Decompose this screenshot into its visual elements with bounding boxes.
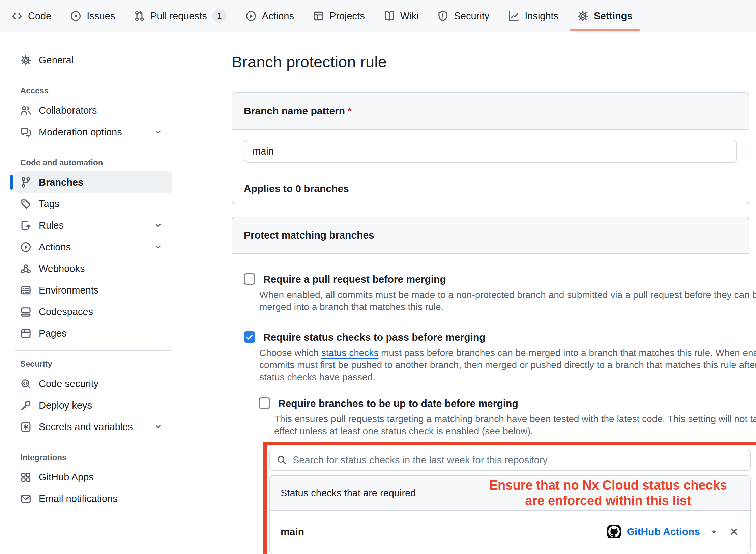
sidebar-item-label: Email notifications bbox=[39, 493, 118, 504]
sidebar-item-label: Actions bbox=[39, 242, 71, 253]
required-asterisk: * bbox=[348, 105, 352, 116]
shield-icon bbox=[437, 10, 448, 22]
tab-label: Projects bbox=[329, 10, 365, 22]
sidebar-section-integrations: Integrations bbox=[20, 453, 172, 462]
tab-label: Settings bbox=[594, 10, 632, 22]
tab-actions[interactable]: Actions bbox=[245, 0, 294, 32]
status-check-search-input[interactable] bbox=[269, 449, 751, 471]
play-icon bbox=[245, 10, 257, 22]
sidebar-item-actions[interactable]: Actions bbox=[15, 236, 172, 258]
webhook-icon bbox=[20, 263, 31, 274]
sidebar-item-label: Environments bbox=[39, 285, 98, 296]
rules-icon bbox=[20, 220, 31, 231]
tab-projects[interactable]: Projects bbox=[313, 0, 365, 32]
tag-icon bbox=[20, 198, 31, 210]
sidebar-item-email-notifications[interactable]: Email notifications bbox=[15, 488, 172, 509]
check-icon bbox=[245, 333, 254, 341]
sidebar-item-rules[interactable]: Rules bbox=[15, 215, 172, 236]
sidebar-item-branches[interactable]: Branches bbox=[15, 171, 172, 193]
tab-settings[interactable]: Settings bbox=[577, 0, 632, 32]
protect-matching-branches-body: Require a pull request before merging Wh… bbox=[232, 254, 749, 554]
sidebar-item-codespaces[interactable]: Codespaces bbox=[15, 301, 172, 323]
apps-icon bbox=[20, 472, 31, 483]
sidebar-item-environments[interactable]: Environments bbox=[15, 279, 172, 301]
tab-issues[interactable]: Issues bbox=[70, 0, 115, 32]
tab-label: Actions bbox=[262, 10, 294, 22]
annotation-text: Ensure that no Nx Cloud status checks ar… bbox=[489, 477, 727, 508]
tab-label: Insights bbox=[525, 10, 558, 22]
key-icon bbox=[20, 400, 31, 411]
sidebar-item-deploy-keys[interactable]: Deploy keys bbox=[15, 394, 172, 416]
pull-requests-count-badge: 1 bbox=[212, 9, 227, 23]
sidebar-item-label: General bbox=[39, 55, 74, 66]
table-icon bbox=[313, 10, 324, 22]
sidebar-divider bbox=[15, 149, 172, 149]
remove-status-check-icon[interactable] bbox=[729, 527, 739, 537]
sidebar-item-tags[interactable]: Tags bbox=[15, 193, 172, 215]
up-to-date-section: Require branches to be up to date before… bbox=[259, 397, 737, 437]
description-text: Choose which bbox=[259, 348, 321, 358]
settings-sidebar: General Access Collaborators Moderation … bbox=[10, 49, 172, 509]
up-to-date-row: Require branches to be up to date before… bbox=[259, 397, 737, 410]
status-check-controls: GitHub Actions bbox=[607, 525, 739, 538]
github-settings-page: Code Issues Pull requests 1 Actions Proj… bbox=[0, 0, 756, 554]
tab-code[interactable]: Code bbox=[11, 0, 51, 32]
sidebar-item-general[interactable]: General bbox=[15, 49, 172, 71]
codespaces-icon bbox=[20, 306, 31, 317]
tab-security[interactable]: Security bbox=[437, 0, 489, 32]
require-status-checks-checkbox[interactable] bbox=[244, 331, 255, 343]
github-actions-app-link[interactable]: GitHub Actions bbox=[627, 526, 700, 537]
sidebar-section-access: Access bbox=[20, 86, 172, 95]
sidebar-divider bbox=[15, 350, 172, 351]
status-check-search bbox=[269, 449, 751, 471]
status-check-name: main bbox=[281, 526, 304, 537]
title-divider bbox=[232, 80, 749, 80]
sidebar-item-pages[interactable]: Pages bbox=[15, 323, 172, 344]
up-to-date-checkbox[interactable] bbox=[259, 397, 270, 409]
require-pull-request-checkbox[interactable] bbox=[244, 273, 255, 285]
sidebar-item-webhooks[interactable]: Webhooks bbox=[15, 258, 172, 279]
tab-label: Pull requests bbox=[150, 10, 207, 22]
browser-icon bbox=[20, 328, 31, 339]
pull-request-icon bbox=[134, 10, 145, 22]
require-status-checks-label: Require status checks to pass before mer… bbox=[263, 331, 486, 344]
up-to-date-label: Require branches to be up to date before… bbox=[278, 397, 518, 410]
status-checks-list-header: Status checks that are required Ensure t… bbox=[270, 476, 750, 511]
sidebar-item-moderation-options[interactable]: Moderation options bbox=[15, 121, 172, 143]
people-icon bbox=[20, 105, 31, 116]
status-checks-link[interactable]: status checks bbox=[321, 348, 379, 358]
status-checks-list: Status checks that are required Ensure t… bbox=[269, 475, 751, 553]
applies-to-branches: Applies to 0 branches bbox=[232, 173, 749, 204]
require-status-checks-row: Require status checks to pass before mer… bbox=[244, 331, 737, 344]
tab-wiki[interactable]: Wiki bbox=[384, 0, 419, 32]
sidebar-item-label: Deploy keys bbox=[39, 400, 92, 411]
gear-icon bbox=[20, 55, 31, 66]
search-icon bbox=[277, 455, 287, 465]
code-scan-icon bbox=[20, 378, 31, 389]
sidebar-item-code-security[interactable]: Code security bbox=[15, 373, 172, 394]
sidebar-item-collaborators[interactable]: Collaborators bbox=[15, 100, 172, 121]
tab-insights[interactable]: Insights bbox=[508, 0, 558, 32]
sidebar-item-secrets-variables[interactable]: Secrets and variables bbox=[15, 416, 172, 438]
sidebar-item-label: Pages bbox=[39, 328, 66, 339]
graph-icon bbox=[508, 10, 519, 22]
github-actions-avatar bbox=[607, 525, 621, 538]
tab-pull-requests[interactable]: Pull requests 1 bbox=[134, 0, 227, 32]
tab-label: Security bbox=[454, 10, 489, 22]
branch-name-pattern-label: Branch name pattern bbox=[244, 105, 345, 116]
sidebar-item-label: Collaborators bbox=[39, 105, 97, 116]
sidebar-item-github-apps[interactable]: GitHub Apps bbox=[15, 466, 172, 488]
branch-name-pattern-card: Branch name pattern* Applies to 0 branch… bbox=[232, 92, 749, 204]
branch-name-pattern-input[interactable] bbox=[244, 140, 737, 163]
caret-down-icon[interactable] bbox=[709, 527, 719, 537]
sidebar-item-label: Rules bbox=[39, 220, 64, 231]
status-checks-header-label: Status checks that are required bbox=[281, 488, 416, 499]
sidebar-item-label: Moderation options bbox=[39, 127, 122, 138]
sidebar-item-label: Code security bbox=[39, 378, 98, 389]
issue-icon bbox=[70, 10, 81, 22]
book-icon bbox=[384, 10, 395, 22]
gear-icon bbox=[577, 10, 588, 22]
code-icon bbox=[11, 10, 23, 22]
page-title: Branch protection rule bbox=[232, 53, 749, 71]
annotation-highlight-box: Status checks that are required Ensure t… bbox=[263, 442, 756, 554]
